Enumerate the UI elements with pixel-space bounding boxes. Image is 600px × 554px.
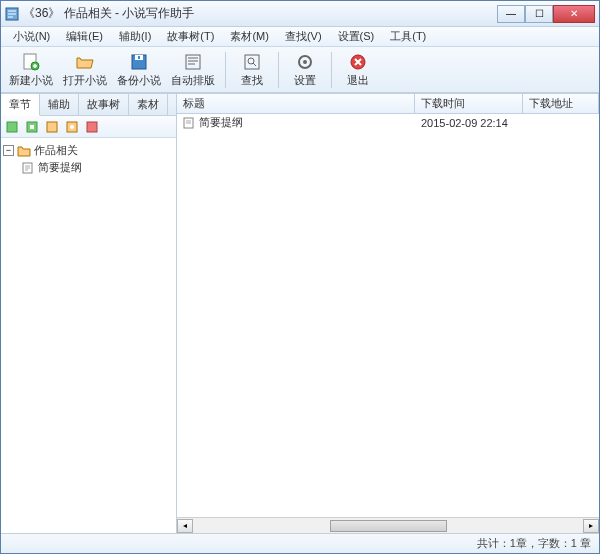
autoformat-icon [183,52,203,72]
tree-child-label: 简要提纲 [38,160,82,175]
svg-rect-17 [87,122,97,132]
tree-child-node[interactable]: 简要提纲 [21,159,174,176]
tab-chapter[interactable]: 章节 [1,94,40,116]
menu-find[interactable]: 查找(V) [277,27,330,46]
cell-title: 简要提纲 [177,115,415,130]
settings-icon [295,52,315,72]
new-icon [21,52,41,72]
menu-settings[interactable]: 设置(S) [330,27,383,46]
backup-icon [129,52,149,72]
window-title: 《36》 作品相关 - 小说写作助手 [23,5,497,22]
tree-edit2-button[interactable] [63,118,81,136]
maximize-button[interactable]: ☐ [525,5,553,23]
find-button[interactable]: 查找 [232,50,272,90]
left-pane: 章节 辅助 故事树 素材 − 作品相关 [1,94,177,533]
find-icon [242,52,262,72]
col-header-time[interactable]: 下载时间 [415,94,523,113]
svg-rect-7 [245,55,259,69]
content-area: 章节 辅助 故事树 素材 − 作品相关 [1,93,599,533]
file-icon [21,162,35,174]
scroll-track[interactable] [193,519,583,533]
svg-rect-12 [7,122,17,132]
file-icon [183,117,195,129]
chapter-tree: − 作品相关 简要提纲 [1,138,176,533]
exit-button[interactable]: 退出 [338,50,378,90]
svg-rect-14 [47,122,57,132]
menu-material[interactable]: 素材(M) [222,27,277,46]
folder-icon [17,145,31,157]
close-button[interactable]: ✕ [553,5,595,23]
titlebar: 《36》 作品相关 - 小说写作助手 — ☐ ✕ [1,1,599,27]
cell-time: 2015-02-09 22:14 [415,117,523,129]
tab-material[interactable]: 素材 [129,94,168,115]
open-novel-button[interactable]: 打开小说 [59,50,111,90]
toolbar-separator [331,52,332,88]
list-header: 标题 下载时间 下载地址 [177,94,599,114]
scroll-right-button[interactable]: ▸ [583,519,599,533]
scroll-left-button[interactable]: ◂ [177,519,193,533]
list-row[interactable]: 简要提纲 2015-02-09 22:14 [177,114,599,131]
settings-label: 设置 [294,73,316,88]
tree-children: 简要提纲 [3,159,174,176]
toolbar: 新建小说 打开小说 备份小说 自动排版 查找 设置 退出 [1,47,599,93]
exit-icon [348,52,368,72]
tab-assist[interactable]: 辅助 [40,94,79,115]
statusbar: 共计：1章，字数：1 章 [1,533,599,553]
col-header-title[interactable]: 标题 [177,94,415,113]
svg-point-16 [70,125,74,129]
tree-root-label: 作品相关 [34,143,78,158]
app-window: 《36》 作品相关 - 小说写作助手 — ☐ ✕ 小说(N) 编辑(E) 辅助(… [0,0,600,554]
menu-storytree[interactable]: 故事树(T) [159,27,222,46]
open-label: 打开小说 [63,73,107,88]
autoformat-button[interactable]: 自动排版 [167,50,219,90]
tree-delete-button[interactable] [83,118,101,136]
toolbar-separator [278,52,279,88]
settings-button[interactable]: 设置 [285,50,325,90]
new-novel-button[interactable]: 新建小说 [5,50,57,90]
menu-assist[interactable]: 辅助(I) [111,27,159,46]
row-title: 简要提纲 [199,115,243,130]
status-text: 共计：1章，字数：1 章 [477,536,591,551]
horizontal-scrollbar[interactable]: ◂ ▸ [177,517,599,533]
menu-novel[interactable]: 小说(N) [5,27,58,46]
tree-edit-button[interactable] [43,118,61,136]
menu-tools[interactable]: 工具(T) [382,27,434,46]
backup-novel-button[interactable]: 备份小说 [113,50,165,90]
scroll-thumb[interactable] [330,520,447,532]
list-body: 简要提纲 2015-02-09 22:14 [177,114,599,517]
tree-collapse-icon[interactable]: − [3,145,14,156]
tab-storytree[interactable]: 故事树 [79,94,129,115]
autoformat-label: 自动排版 [171,73,215,88]
exit-label: 退出 [347,73,369,88]
col-header-addr[interactable]: 下载地址 [523,94,599,113]
find-label: 查找 [241,73,263,88]
toolbar-separator [225,52,226,88]
tree-add2-button[interactable] [23,118,41,136]
svg-rect-5 [138,56,140,59]
svg-rect-6 [186,55,200,69]
minimize-button[interactable]: — [497,5,525,23]
right-pane: 标题 下载时间 下载地址 简要提纲 2015-02-09 22:14 ◂ [177,94,599,533]
open-icon [75,52,95,72]
backup-label: 备份小说 [117,73,161,88]
left-tabs: 章节 辅助 故事树 素材 [1,94,176,116]
window-controls: — ☐ ✕ [497,5,595,23]
tree-add-button[interactable] [3,118,21,136]
new-label: 新建小说 [9,73,53,88]
menubar: 小说(N) 编辑(E) 辅助(I) 故事树(T) 素材(M) 查找(V) 设置(… [1,27,599,47]
tree-root-node[interactable]: − 作品相关 [3,142,174,159]
tree-toolbar [1,116,176,138]
svg-point-10 [303,60,307,64]
menu-edit[interactable]: 编辑(E) [58,27,111,46]
app-icon [5,7,19,21]
